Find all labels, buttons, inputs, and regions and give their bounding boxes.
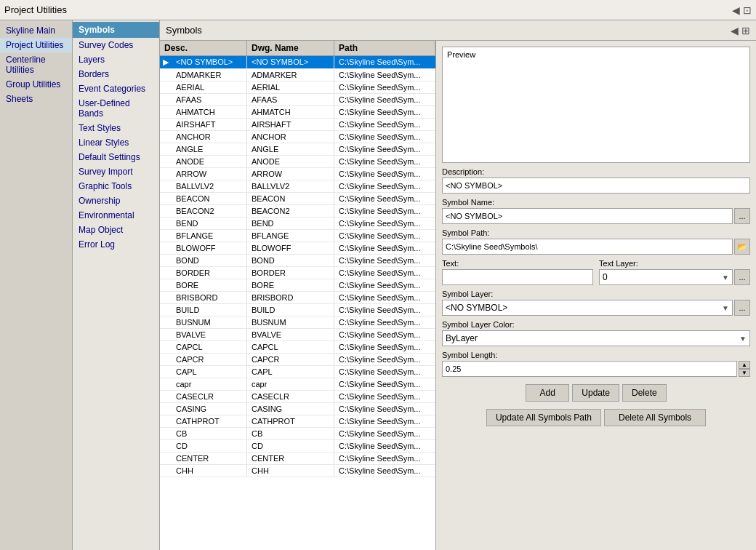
table-row[interactable]: CENTERCENTERC:\Skyline Seed\Sym... — [160, 453, 435, 465]
col-header-path[interactable]: Path — [334, 41, 435, 55]
row-arrow — [160, 391, 172, 402]
cell-desc: BRISBORD — [172, 292, 247, 303]
text-layer-dropdown[interactable]: 0 ▼ — [599, 269, 733, 285]
middle-active-tab[interactable]: Symbols — [73, 22, 159, 38]
symbol-layer-dropdown[interactable]: <NO SYMBOL> ▼ — [442, 300, 733, 316]
symbols-back-icon[interactable]: ◀ — [731, 25, 739, 36]
symbol-layer-dropdown-arrow: ▼ — [722, 304, 729, 312]
table-row[interactable]: CAPCLCAPCLC:\Skyline Seed\Sym... — [160, 341, 435, 354]
spinner-down-button[interactable]: ▼ — [739, 369, 750, 377]
add-button[interactable]: Add — [526, 384, 569, 402]
symbol-layer-dots-button[interactable]: ... — [734, 300, 750, 316]
table-row[interactable]: BOREBOREC:\Skyline Seed\Sym... — [160, 279, 435, 292]
sidebar-item-project-utilities[interactable]: Project Utilities — [0, 38, 72, 52]
table-row[interactable]: BENDBENDC:\Skyline Seed\Sym... — [160, 218, 435, 230]
middle-item-survey-import[interactable]: Survey Import — [73, 164, 159, 179]
middle-item-error-log[interactable]: Error Log — [73, 237, 159, 252]
col-header-dwg[interactable]: Dwg. Name — [247, 41, 334, 55]
middle-item-borders[interactable]: Borders — [73, 67, 159, 81]
text-input[interactable] — [442, 269, 593, 285]
table-row[interactable]: BRISBORDBRISBORDC:\Skyline Seed\Sym... — [160, 292, 435, 304]
middle-item-event-categories[interactable]: Event Categories — [73, 81, 159, 96]
cell-dwg: <NO SYMBOL> — [247, 56, 334, 68]
table-row[interactable]: BORDERBORDERC:\Skyline Seed\Sym... — [160, 267, 435, 279]
sidebar-item-centerline-utilities[interactable]: Centerline Utilities — [0, 52, 72, 77]
middle-item-text-styles[interactable]: Text Styles — [73, 121, 159, 135]
col-header-desc[interactable]: Desc. — [160, 41, 247, 55]
table-row[interactable]: CASECLRCASECLRC:\Skyline Seed\Sym... — [160, 391, 435, 403]
table-row[interactable]: ANODEANODEC:\Skyline Seed\Sym... — [160, 156, 435, 168]
back-icon[interactable]: ◀ — [732, 4, 740, 16]
table-row[interactable]: AHMATCHAHMATCHC:\Skyline Seed\Sym... — [160, 106, 435, 119]
middle-item-layers[interactable]: Layers — [73, 52, 159, 67]
table-row[interactable]: CBCBC:\Skyline Seed\Sym... — [160, 428, 435, 440]
table-row[interactable]: CATHPROTCATHPROTC:\Skyline Seed\Sym... — [160, 415, 435, 428]
table-row[interactable]: ANGLEANGLEC:\Skyline Seed\Sym... — [160, 143, 435, 156]
table-row[interactable]: CHHCHHC:\Skyline Seed\Sym... — [160, 465, 435, 477]
symbol-path-input[interactable]: C:\Skyline Seed\Symbols\ — [442, 239, 733, 255]
update-all-symbols-path-button[interactable]: Update All Symbols Path — [486, 409, 601, 426]
table-row[interactable]: BLOWOFFBLOWOFFC:\Skyline Seed\Sym... — [160, 242, 435, 255]
row-arrow — [160, 143, 172, 155]
row-arrow — [160, 168, 172, 180]
sidebar-item-skyline-main[interactable]: Skyline Main — [0, 23, 72, 38]
table-row[interactable]: CAPLCAPLC:\Skyline Seed\Sym... — [160, 366, 435, 378]
table-row[interactable]: CDCDC:\Skyline Seed\Sym... — [160, 440, 435, 453]
cell-dwg: CHH — [247, 465, 334, 477]
sidebar-item-sheets[interactable]: Sheets — [0, 92, 72, 106]
table-row[interactable]: AIRSHAFTAIRSHAFTC:\Skyline Seed\Sym... — [160, 119, 435, 131]
cell-dwg: CATHPROT — [247, 415, 334, 427]
table-row[interactable]: BALLVLV2BALLVLV2C:\Skyline Seed\Sym... — [160, 180, 435, 193]
symbol-name-input[interactable]: <NO SYMBOL> — [442, 208, 733, 224]
cell-desc: CAPCL — [172, 341, 247, 353]
text-layer-dots-button[interactable]: ... — [734, 269, 750, 285]
table-row[interactable]: BUILDBUILDC:\Skyline Seed\Sym... — [160, 304, 435, 316]
table-row[interactable]: AERIALAERIALC:\Skyline Seed\Sym... — [160, 81, 435, 94]
cell-dwg: AFAAS — [247, 94, 334, 105]
symbol-length-input[interactable] — [442, 361, 737, 377]
table-row[interactable]: ▶<NO SYMBOL><NO SYMBOL>C:\Skyline Seed\S… — [160, 56, 435, 69]
spinner-up-button[interactable]: ▲ — [739, 361, 750, 369]
table-row[interactable]: BEACONBEACONC:\Skyline Seed\Sym... — [160, 193, 435, 205]
table-row[interactable]: ANCHORANCHORC:\Skyline Seed\Sym... — [160, 131, 435, 143]
table-row[interactable]: BONDBONDC:\Skyline Seed\Sym... — [160, 255, 435, 267]
update-button[interactable]: Update — [572, 384, 619, 402]
row-arrow — [160, 378, 172, 390]
table-row[interactable]: BVALVEBVALVEC:\Skyline Seed\Sym... — [160, 329, 435, 341]
symbols-dock-icon[interactable]: ⊞ — [741, 25, 750, 36]
middle-item-linear-styles[interactable]: Linear Styles — [73, 135, 159, 150]
delete-all-symbols-button[interactable]: Delete All Symbols — [604, 409, 706, 426]
folder-button[interactable]: 📂 — [734, 239, 750, 255]
cell-path: C:\Skyline Seed\Sym... — [334, 218, 435, 229]
table-row[interactable]: caprcaprC:\Skyline Seed\Sym... — [160, 378, 435, 391]
symbol-layer-color-dropdown[interactable]: ByLayer ▼ — [442, 330, 750, 346]
middle-item-survey-codes[interactable]: Survey Codes — [73, 38, 159, 52]
middle-item-graphic-tools[interactable]: Graphic Tools — [73, 179, 159, 194]
middle-panel: Symbols Survey Codes Layers Borders Even… — [73, 20, 160, 550]
table-row[interactable]: CASINGCASINGC:\Skyline Seed\Sym... — [160, 403, 435, 415]
description-input[interactable]: <NO SYMBOL> — [442, 178, 750, 194]
middle-item-map-object[interactable]: Map Object — [73, 223, 159, 237]
table-row[interactable]: ARROWARROWC:\Skyline Seed\Sym... — [160, 168, 435, 180]
sidebar-item-group-utilities[interactable]: Group Utilities — [0, 77, 72, 92]
middle-item-default-settings[interactable]: Default Settings — [73, 150, 159, 164]
cell-path: C:\Skyline Seed\Sym... — [334, 354, 435, 365]
middle-item-user-defined-bands[interactable]: User-Defined Bands — [73, 96, 159, 121]
table-row[interactable]: AFAASAFAASC:\Skyline Seed\Sym... — [160, 94, 435, 106]
dock-icon[interactable]: ⊡ — [743, 4, 752, 16]
middle-item-ownership[interactable]: Ownership — [73, 194, 159, 208]
cell-desc: AERIAL — [172, 81, 247, 93]
row-arrow — [160, 403, 172, 415]
table-row[interactable]: BUSNUMBUSNUMC:\Skyline Seed\Sym... — [160, 316, 435, 329]
table-row[interactable]: ADMARKERADMARKERC:\Skyline Seed\Sym... — [160, 69, 435, 81]
middle-item-environmental[interactable]: Environmental — [73, 208, 159, 223]
symbol-name-dots-button[interactable]: ... — [734, 208, 750, 224]
cell-desc: AIRSHAFT — [172, 119, 247, 130]
row-arrow — [160, 94, 172, 105]
table-row[interactable]: BFLANGEBFLANGEC:\Skyline Seed\Sym... — [160, 230, 435, 242]
delete-button[interactable]: Delete — [622, 384, 667, 402]
cell-dwg: BVALVE — [247, 329, 334, 340]
cell-desc: BLOWOFF — [172, 242, 247, 254]
table-row[interactable]: BEACON2BEACON2C:\Skyline Seed\Sym... — [160, 205, 435, 218]
table-row[interactable]: CAPCRCAPCRC:\Skyline Seed\Sym... — [160, 354, 435, 366]
